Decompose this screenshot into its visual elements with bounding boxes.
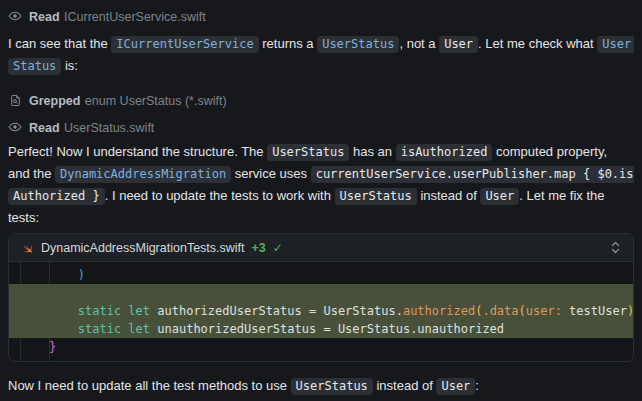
diff-added-line: static let authorizedUserStatus = UserSt…: [9, 302, 633, 320]
diff-added-line: [9, 284, 633, 302]
paragraph-text: returns a: [259, 36, 318, 51]
inline-code-chip: Status: [8, 58, 61, 75]
code-content: ) static let authorizedUserStatus = User…: [9, 262, 633, 361]
expand-collapse-icon[interactable]: [610, 240, 622, 256]
paragraph-line: tests:: [8, 207, 634, 229]
code-line: ): [9, 266, 633, 284]
tool-call-read-1[interactable]: Read ICurrentUserService.swift: [8, 8, 634, 24]
assistant-paragraph-1: I can see that the ICurrentUserService r…: [8, 33, 634, 77]
paragraph-text: instead of: [417, 188, 481, 203]
paragraph-line: Status is:: [8, 55, 634, 77]
code-filename: DynamicAddressMigrationTests.swift: [41, 241, 245, 255]
tool-call-read-2[interactable]: Read UserStatus.swift: [8, 119, 634, 135]
code-lines: ) static let authorizedUserStatus = User…: [9, 266, 633, 356]
eye-icon: [8, 120, 22, 134]
paragraph-text: I can see that the: [8, 36, 111, 51]
code-token: static let: [78, 304, 150, 318]
inline-code-chip: currentUserService.userPublisher.map { $…: [311, 166, 634, 183]
paragraph-line: Now I need to update all the test method…: [8, 375, 634, 397]
inline-code-chip: User: [436, 378, 475, 395]
tool-call-detail: ICurrentUserService.swift: [64, 10, 206, 24]
code-token: ): [627, 304, 633, 318]
code-token: user:: [526, 304, 562, 318]
paragraph-text: tests:: [8, 210, 39, 225]
inline-code-chip: DynamicAddressMigration: [55, 166, 231, 183]
inline-code-chip: Authorized }: [8, 188, 105, 205]
inline-code-chip: User: [480, 188, 519, 205]
code-token: [20, 268, 78, 282]
inline-code-chip: isAuthorized: [396, 144, 493, 161]
diff-added-count: +3: [252, 241, 266, 255]
file-search-icon: [8, 93, 22, 107]
paragraph-text: . Let me fix the: [519, 188, 604, 203]
inline-code-chip: User: [597, 36, 634, 53]
diff-applied-check-icon: ✓: [273, 241, 283, 255]
assistant-paragraph-2: Perfect! Now I understand the structure.…: [8, 141, 634, 229]
paragraph-text: . I need to update the tests to work wit…: [105, 188, 335, 203]
paragraph-text: :: [475, 378, 479, 393]
tool-call-label: Grepped: [29, 94, 80, 108]
inline-code-chip: UserStatus: [335, 188, 417, 205]
code-token: (: [519, 304, 526, 318]
paragraph-text: and the: [8, 166, 55, 181]
tool-call-detail: enum UserStatus (*.swift): [85, 94, 227, 108]
tool-call-label: Read: [29, 121, 60, 135]
paragraph-text: computed property,: [492, 144, 607, 159]
inline-code-chip: ICurrentUserService: [111, 36, 258, 53]
code-token: authorized: [403, 304, 475, 318]
paragraph-text: is:: [61, 58, 78, 73]
inline-code-chip: UserStatus: [291, 378, 373, 395]
code-token: ): [78, 268, 85, 282]
assistant-paragraph-3: Now I need to update all the test method…: [8, 375, 634, 397]
inline-code-chip: User: [439, 36, 478, 53]
paragraph-text: service uses: [231, 166, 310, 181]
code-token: static let: [78, 322, 150, 336]
code-token: unauthorizedUserStatus = UserStatus.unau…: [150, 322, 504, 336]
code-token: [20, 322, 78, 336]
chat-transcript: Read ICurrentUserService.swift I can see…: [0, 0, 642, 401]
code-diff-block: DynamicAddressMigrationTests.swift +3 ✓ …: [8, 233, 634, 362]
paragraph-text: . Let me check what: [478, 36, 597, 51]
paragraph-text: , not a: [399, 36, 439, 51]
code-token: [20, 304, 78, 318]
tool-call-grep[interactable]: Grepped enum UserStatus (*.swift): [8, 92, 634, 108]
code-block-header[interactable]: DynamicAddressMigrationTests.swift +3 ✓: [9, 234, 633, 262]
code-token: .data: [482, 304, 518, 318]
code-token: [20, 340, 49, 354]
paragraph-line: Authorized }. I need to update the tests…: [8, 185, 634, 207]
paragraph-text: Now I need to update all the test method…: [8, 378, 291, 393]
code-token: testUser: [562, 304, 627, 318]
paragraph-line: and the DynamicAddressMigration service …: [8, 163, 634, 185]
paragraph-line: Perfect! Now I understand the structure.…: [8, 141, 634, 163]
paragraph-text: has an: [349, 144, 395, 159]
inline-code-chip: UserStatus: [317, 36, 399, 53]
paragraph-text: Perfect! Now I understand the structure.…: [8, 144, 267, 159]
inline-code-chip: UserStatus: [267, 144, 349, 161]
paragraph-line: I can see that the ICurrentUserService r…: [8, 33, 634, 55]
diff-added-line: static let unauthorizedUserStatus = User…: [9, 320, 633, 338]
swift-language-icon: [20, 241, 34, 255]
tool-call-label: Read: [29, 10, 60, 24]
code-token: }: [49, 340, 56, 354]
paragraph-text: instead of: [373, 378, 437, 393]
code-line: }: [9, 338, 633, 356]
tool-call-detail: UserStatus.swift: [64, 121, 154, 135]
eye-icon: [8, 9, 22, 23]
code-token: authorizedUserStatus = UserStatus.: [150, 304, 403, 318]
